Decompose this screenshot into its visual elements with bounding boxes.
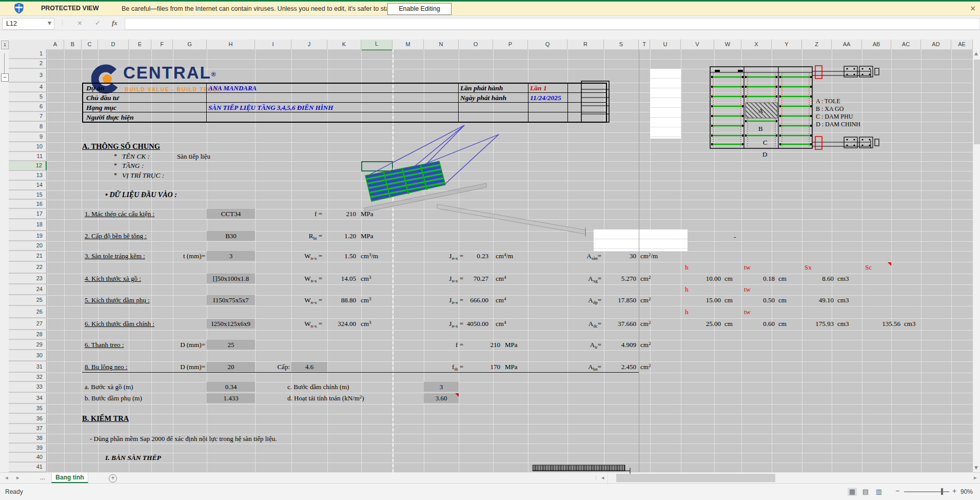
column-header-X[interactable]: X xyxy=(741,40,772,50)
column-header-D[interactable]: D xyxy=(98,40,129,50)
column-header-I[interactable]: I xyxy=(255,40,291,50)
column-header-J[interactable]: J xyxy=(291,40,327,50)
spec-input[interactable]: I250x125x6x9 xyxy=(207,319,255,329)
column-header-Q[interactable]: Q xyxy=(528,40,567,50)
aux-value[interactable]: 135.56 xyxy=(882,319,900,329)
row-header-41[interactable]: 41 xyxy=(9,463,47,472)
tab-overflow[interactable]: ... xyxy=(40,474,45,481)
outline-level-1-button[interactable]: 1 xyxy=(1,41,9,49)
quantity-value[interactable]: 324.00 xyxy=(338,319,356,329)
column-header-AB[interactable]: AB xyxy=(862,40,891,50)
aux-value[interactable]: 0.18 xyxy=(763,274,775,283)
column-header-AE[interactable]: AE xyxy=(951,40,973,50)
add-sheet-button[interactable]: + xyxy=(109,474,117,483)
vertical-scrollbar[interactable]: ▲ ▼ xyxy=(973,49,980,472)
row-header-27[interactable]: 27 xyxy=(9,318,47,330)
row-header-31[interactable]: 31 xyxy=(9,361,47,372)
aux-value[interactable]: 175.93 xyxy=(815,319,834,329)
column-header-A[interactable]: A xyxy=(47,40,64,50)
normal-view-icon[interactable]: ▦ xyxy=(848,488,857,496)
step-input[interactable]: 3.60 xyxy=(424,393,459,403)
spec-input[interactable]: 3 xyxy=(207,251,255,261)
column-header-AC[interactable]: AC xyxy=(891,40,921,50)
row-header-16[interactable]: 16 xyxy=(9,200,47,208)
column-header-T[interactable]: T xyxy=(639,40,650,50)
quantity-value[interactable]: 88.80 xyxy=(341,295,356,305)
quantity-value[interactable]: 30 xyxy=(630,251,636,261)
row-header-1[interactable]: 1 xyxy=(9,49,47,59)
row-header-39[interactable]: 39 xyxy=(9,444,47,452)
quantity-value[interactable]: 5.270 xyxy=(621,274,636,283)
row-header-7[interactable]: 7 xyxy=(9,112,47,121)
column-header-F[interactable]: F xyxy=(151,40,173,50)
row-header-36[interactable]: 36 xyxy=(9,414,47,424)
info-value[interactable]: SÀN TIẾP LIỆU TẦNG 3,4,5,6 ĐIỂN HÌNH xyxy=(208,103,333,112)
quantity-value[interactable]: 17.850 xyxy=(618,295,636,305)
row-header-19[interactable]: 19 xyxy=(9,231,47,241)
row-header-32[interactable]: 32 xyxy=(9,373,47,381)
row-header-10[interactable]: 10 xyxy=(9,142,47,151)
column-header-AD[interactable]: AD xyxy=(921,40,951,50)
row-header-18[interactable]: 18 xyxy=(9,219,47,230)
column-header-C[interactable]: C xyxy=(82,40,98,50)
column-header-U[interactable]: U xyxy=(650,40,681,50)
row-header-28[interactable]: 28 xyxy=(9,330,47,339)
column-header-E[interactable]: E xyxy=(129,40,151,50)
row-header-30[interactable]: 30 xyxy=(9,350,47,361)
row-header-24[interactable]: 24 xyxy=(9,284,47,295)
row-header-40[interactable]: 40 xyxy=(9,453,47,462)
column-header-K[interactable]: K xyxy=(327,40,361,50)
horizontal-scrollbar[interactable] xyxy=(607,473,972,483)
zoom-in-button[interactable]: + xyxy=(952,487,956,495)
selection-fill-handle[interactable] xyxy=(390,169,394,172)
column-header-B[interactable]: B xyxy=(64,40,82,50)
column-header-V[interactable]: V xyxy=(681,40,714,50)
row-header-3[interactable]: 3 xyxy=(9,69,47,82)
column-header-G[interactable]: G xyxy=(173,40,207,50)
insert-function-icon[interactable]: fx xyxy=(112,19,117,27)
row-header-38[interactable]: 38 xyxy=(9,434,47,443)
spec-input[interactable]: I150x75x5x7 xyxy=(207,295,255,305)
column-header-O[interactable]: O xyxy=(459,40,493,50)
quantity-value[interactable]: 1.20 xyxy=(344,231,356,241)
row-header-20[interactable]: 20 xyxy=(9,241,47,251)
row-header-5[interactable]: 5 xyxy=(9,92,47,102)
hscroll-right-icon[interactable]: ▸ xyxy=(974,474,977,481)
row-header-22[interactable]: 22 xyxy=(9,262,47,273)
row-header-13[interactable]: 13 xyxy=(9,171,47,180)
column-header-L[interactable]: L xyxy=(361,40,393,50)
quantity-value[interactable]: 4050.00 xyxy=(467,319,488,329)
aux-value[interactable]: 0.60 xyxy=(763,319,775,329)
quantity-value[interactable]: 210 xyxy=(346,209,357,219)
tab-prev-icon[interactable]: ◂ xyxy=(5,474,8,481)
select-all-corner[interactable] xyxy=(9,40,47,50)
quantity-value[interactable]: 2.450 xyxy=(621,362,636,372)
quantity-value[interactable]: 170 xyxy=(491,362,501,372)
column-header-AA[interactable]: AA xyxy=(832,40,862,50)
quantity-value[interactable]: 0.23 xyxy=(477,251,488,261)
chevron-down-icon[interactable]: ▼ xyxy=(48,21,51,26)
field-value[interactable]: Sàn tiếp liệu xyxy=(177,151,210,161)
page-break-view-icon[interactable]: ▥ xyxy=(874,488,884,496)
zoom-percentage[interactable]: 90% xyxy=(961,488,973,495)
enable-editing-button[interactable]: Enable Editing xyxy=(387,3,452,15)
enter-icon[interactable]: ✓ xyxy=(95,19,101,27)
tab-bang-tinh[interactable]: Bang tinh xyxy=(51,473,88,483)
scroll-up-icon[interactable]: ▲ xyxy=(974,51,978,56)
step-input[interactable]: 0.34 xyxy=(207,382,255,392)
column-header-Y[interactable]: Y xyxy=(772,40,802,50)
column-header-S[interactable]: S xyxy=(604,40,639,50)
row-header-37[interactable]: 37 xyxy=(9,424,47,433)
row-header-25[interactable]: 25 xyxy=(9,295,47,305)
row-header-35[interactable]: 35 xyxy=(9,404,47,413)
spec-input[interactable]: 25 xyxy=(207,340,255,350)
column-header-H[interactable]: H xyxy=(207,40,255,50)
quantity-value[interactable]: 37.660 xyxy=(618,319,636,329)
aux-value[interactable]: 8.60 xyxy=(822,274,834,283)
step-input[interactable]: 1.433 xyxy=(207,393,255,403)
cancel-icon[interactable]: × xyxy=(77,19,83,27)
info-value[interactable]: Lần 1 xyxy=(530,83,547,93)
spec-input[interactable]: 4.6 xyxy=(291,362,327,372)
close-icon[interactable]: × xyxy=(970,4,976,12)
row-header-21[interactable]: 21 xyxy=(9,251,47,261)
